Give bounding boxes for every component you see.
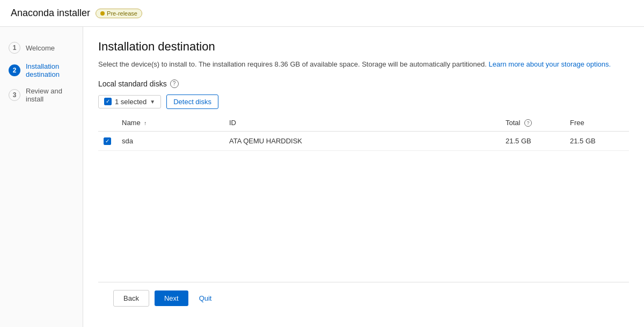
row-checkbox-icon: ✓	[104, 137, 111, 145]
step-num-welcome: 1	[9, 42, 20, 54]
col-header-id: ID	[224, 114, 500, 132]
back-button[interactable]: Back	[113, 290, 149, 307]
step-num-review: 3	[9, 89, 20, 101]
next-button[interactable]: Next	[155, 290, 188, 306]
sidebar-item-label-review: Review and install	[26, 87, 74, 103]
pre-release-dot	[100, 11, 105, 16]
selected-checkbox-icon: ✓	[104, 98, 112, 105]
disk-id: ATA QEMU HARDDISK	[224, 132, 500, 151]
disk-name: sda	[116, 132, 224, 151]
sidebar-item-label-welcome: Welcome	[26, 44, 55, 52]
selected-label: 1 selected	[115, 98, 147, 106]
dropdown-arrow-icon: ▼	[150, 99, 155, 105]
col-header-free: Free	[565, 114, 629, 132]
app-header: Anaconda installer Pre-release	[0, 0, 644, 27]
total-info-icon[interactable]: ?	[524, 119, 532, 127]
step-num-installation: 2	[9, 64, 20, 76]
description-text: Select the device(s) to install to. The …	[98, 60, 487, 68]
quit-button[interactable]: Quit	[194, 290, 217, 306]
pre-release-label: Pre-release	[107, 10, 137, 17]
section-label-text: Local standard disks	[98, 79, 167, 88]
disk-toolbar: ✓ 1 selected ▼ Detect disks	[98, 95, 629, 109]
section-label: Local standard disks ?	[98, 79, 629, 88]
storage-options-link[interactable]: Learn more about your storage options.	[488, 60, 611, 68]
sidebar-item-review[interactable]: 3 Review and install	[0, 83, 83, 107]
col-total-label: Total	[506, 119, 520, 127]
col-header-total: Total ?	[500, 114, 565, 132]
footer: Back Next Quit	[98, 282, 629, 314]
content-body: Installation destination Select the devi…	[98, 40, 629, 282]
description: Select the device(s) to install to. The …	[98, 59, 629, 70]
col-name-label: Name	[122, 119, 141, 127]
col-free-label: Free	[570, 119, 584, 127]
table-header: Name ↑ ID Total ? Free	[98, 114, 629, 132]
app-title: Anaconda installer	[11, 8, 90, 19]
info-icon[interactable]: ?	[170, 79, 179, 88]
content-area: Installation destination Select the devi…	[83, 27, 644, 327]
selected-dropdown[interactable]: ✓ 1 selected ▼	[98, 95, 161, 108]
row-checkbox-cell[interactable]: ✓	[98, 132, 116, 151]
page-title: Installation destination	[98, 40, 629, 54]
detect-disks-button[interactable]: Detect disks	[166, 95, 218, 109]
main-layout: 1 Welcome 2 Installation destination 3 R…	[0, 27, 644, 327]
disk-total: 21.5 GB	[500, 132, 565, 151]
disk-table: Name ↑ ID Total ? Free	[98, 114, 629, 151]
pre-release-badge: Pre-release	[96, 9, 142, 18]
table-body: ✓ sda ATA QEMU HARDDISK 21.5 GB 21.5 GB	[98, 132, 629, 151]
sidebar-item-label-installation: Installation destination	[26, 62, 74, 78]
col-header-check	[98, 114, 116, 132]
sidebar-item-installation-destination[interactable]: 2 Installation destination	[0, 58, 83, 83]
sort-arrow-icon: ↑	[144, 120, 147, 126]
col-header-name[interactable]: Name ↑	[116, 114, 224, 132]
sidebar-item-welcome[interactable]: 1 Welcome	[0, 38, 83, 58]
table-row: ✓ sda ATA QEMU HARDDISK 21.5 GB 21.5 GB	[98, 132, 629, 151]
disk-free: 21.5 GB	[565, 132, 629, 151]
sidebar: 1 Welcome 2 Installation destination 3 R…	[0, 27, 83, 327]
